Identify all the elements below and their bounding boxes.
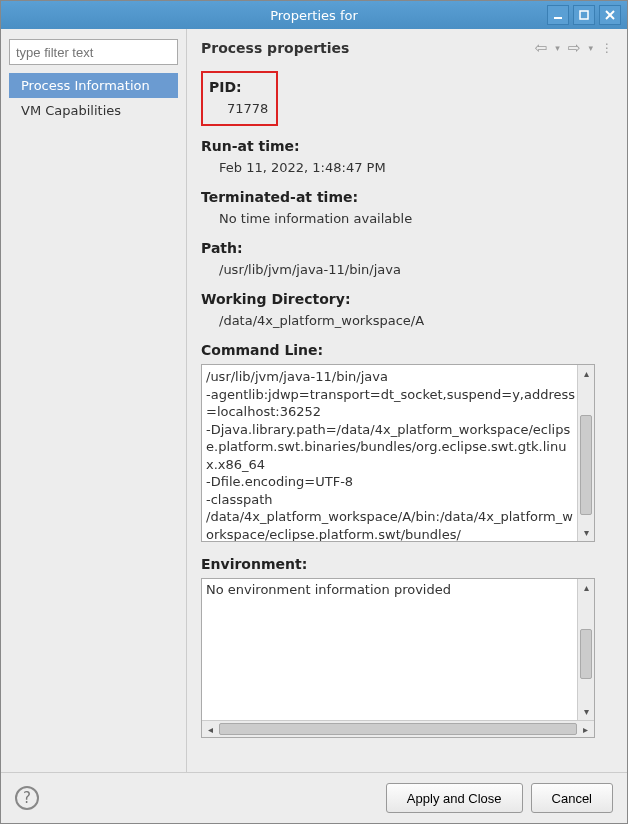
termat-label: Terminated-at time: — [201, 189, 613, 205]
env-textarea[interactable]: No environment information provided ▴ ▾ … — [201, 578, 595, 738]
properties-dialog: Properties for Process Information — [0, 0, 628, 824]
forward-dropdown-icon[interactable]: ▾ — [588, 43, 593, 53]
termat-value: No time information available — [201, 211, 613, 226]
vertical-scrollbar[interactable]: ▴ ▾ — [577, 365, 594, 541]
main-panel: Process properties ⇦ ▾ ⇨ ▾ ⋮ PID: 71778 — [187, 29, 627, 772]
workdir-label: Working Directory: — [201, 291, 613, 307]
svg-rect-1 — [580, 11, 588, 19]
scroll-down-icon[interactable]: ▾ — [578, 703, 595, 720]
pid-value: 71778 — [209, 101, 268, 116]
dialog-footer: ? Apply and Close Cancel — [1, 772, 627, 823]
window-title: Properties for — [270, 8, 358, 23]
sidebar-item-label: VM Capabilities — [21, 103, 121, 118]
workdir-value: /data/4x_platform_workspace/A — [201, 313, 613, 328]
vertical-scrollbar[interactable]: ▴ ▾ — [577, 579, 594, 720]
cmdline-content: /usr/lib/jvm/java-11/bin/java -agentlib:… — [202, 365, 594, 541]
cancel-button[interactable]: Cancel — [531, 783, 613, 813]
cmdline-textarea[interactable]: /usr/lib/jvm/java-11/bin/java -agentlib:… — [201, 364, 595, 542]
env-label: Environment: — [201, 556, 613, 572]
sidebar-item-vm-capabilities[interactable]: VM Capabilities — [9, 98, 178, 123]
apply-close-button[interactable]: Apply and Close — [386, 783, 523, 813]
scrollbar-thumb[interactable] — [580, 629, 592, 679]
sidebar: Process Information VM Capabilities — [1, 29, 187, 772]
scrollbar-thumb[interactable] — [580, 415, 592, 515]
minimize-button[interactable] — [547, 5, 569, 25]
env-content: No environment information provided — [202, 579, 594, 720]
maximize-button[interactable] — [573, 5, 595, 25]
close-button[interactable] — [599, 5, 621, 25]
cmdline-label: Command Line: — [201, 342, 613, 358]
sidebar-item-process-information[interactable]: Process Information — [9, 73, 178, 98]
titlebar: Properties for — [1, 1, 627, 29]
panel-title: Process properties — [201, 40, 535, 56]
scroll-right-icon[interactable]: ▸ — [577, 721, 594, 738]
path-value: /usr/lib/jvm/java-11/bin/java — [201, 262, 613, 277]
scroll-up-icon[interactable]: ▴ — [578, 579, 595, 596]
back-icon[interactable]: ⇦ — [535, 39, 548, 57]
help-icon[interactable]: ? — [15, 786, 39, 810]
scroll-up-icon[interactable]: ▴ — [578, 365, 595, 382]
scrollbar-thumb[interactable] — [219, 723, 577, 735]
sidebar-item-label: Process Information — [21, 78, 150, 93]
pid-label: PID: — [209, 79, 268, 95]
runat-value: Feb 11, 2022, 1:48:47 PM — [201, 160, 613, 175]
runat-label: Run-at time: — [201, 138, 613, 154]
horizontal-scrollbar[interactable]: ◂ ▸ — [202, 720, 594, 737]
filter-input[interactable] — [9, 39, 178, 65]
forward-icon[interactable]: ⇨ — [568, 39, 581, 57]
path-label: Path: — [201, 240, 613, 256]
scroll-down-icon[interactable]: ▾ — [578, 524, 595, 541]
menu-icon[interactable]: ⋮ — [601, 41, 613, 55]
back-dropdown-icon[interactable]: ▾ — [555, 43, 560, 53]
pid-highlight-box: PID: 71778 — [201, 71, 278, 126]
scroll-left-icon[interactable]: ◂ — [202, 721, 219, 738]
